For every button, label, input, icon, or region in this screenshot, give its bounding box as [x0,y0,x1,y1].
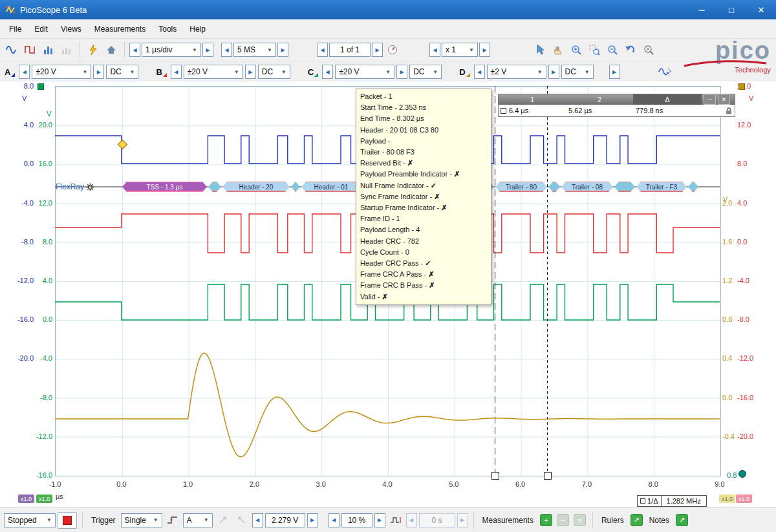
zoom-badge-math[interactable]: x1.0 [18,495,34,503]
pointer-tool-button[interactable] [532,41,548,58]
channel-a-coupling-select[interactable]: DC▼ [106,65,138,79]
channel-a-range-next[interactable]: ▶ [93,65,104,79]
channel-d-range-prev[interactable]: ◀ [474,65,485,79]
maximize-button[interactable]: □ [717,0,746,19]
reference-axis-handle[interactable] [738,470,746,478]
samples-prev-button[interactable]: ◀ [221,43,232,57]
buffer-next-button[interactable]: ▶ [372,43,383,57]
channel-d-button[interactable]: D [459,67,469,77]
flexray-decoder-tag[interactable]: FlexRay [56,182,94,191]
trigger-level-up-button[interactable]: ▶ [307,513,318,527]
buffer-navigator-button[interactable] [384,41,401,58]
channel-b-range-prev[interactable]: ◀ [171,65,182,79]
gear-icon[interactable] [86,183,94,191]
zoom-full-button[interactable] [640,41,657,58]
channel-b-range-next[interactable]: ▶ [245,65,256,79]
rulers-button[interactable]: ↗ [630,514,643,526]
trigger-level-field[interactable]: 2.279 V [265,513,305,527]
channel-c-axis-handle[interactable] [38,83,44,90]
more-channels-button[interactable]: ▶ [609,65,620,79]
zoom-select[interactable]: x 1▼ [442,43,478,57]
decoder-segment[interactable]: Trailer - 08 [561,182,613,192]
samples-select[interactable]: 5 MS▼ [233,43,276,57]
channel-c-range-next[interactable]: ▶ [396,65,407,79]
time-ruler-2-handle[interactable] [491,472,499,480]
time-ruler-1-handle[interactable] [544,472,552,480]
pretrigger-field[interactable]: 10 % [341,513,372,527]
time-ruler-2[interactable] [495,86,495,475]
channel-c-range-prev[interactable]: ◀ [322,65,333,79]
capture-state-button[interactable]: Stopped▼ [4,513,56,527]
holdoff-up-button[interactable]: ▶ [457,513,468,527]
probes-button[interactable] [656,63,673,80]
channel-c-range-select[interactable]: ±20 V▼ [335,65,394,79]
xy-view-button[interactable] [58,41,75,58]
decoder-segment[interactable]: Header - 20 [222,182,290,192]
close-button[interactable]: ✕ [746,0,776,19]
zoom-out-tool-button[interactable] [604,41,621,58]
add-measurement-button[interactable]: + [540,514,552,526]
timebase-next-button[interactable]: ▶ [202,43,213,57]
hand-tool-button[interactable] [550,41,566,58]
channel-a-range-select[interactable]: ±20 V▼ [32,65,91,79]
samples-next-button[interactable]: ▶ [277,43,288,57]
channel-a-button[interactable]: A [5,67,15,77]
channel-c-coupling-select[interactable]: DC▼ [409,65,442,79]
time-ruler-1[interactable] [547,86,548,475]
timebase-prev-button[interactable]: ◀ [129,43,140,57]
trigger-drag2-icon[interactable] [233,512,250,529]
menu-measurements[interactable]: Measurements [88,21,152,37]
channel-b-coupling-select[interactable]: DC▼ [258,65,290,79]
persistence-view-button[interactable] [22,41,39,58]
scope-view-button[interactable] [4,41,21,58]
channel-d-range-next[interactable]: ▶ [548,65,559,79]
edit-measurement-button[interactable]: ≡ [574,514,586,526]
rulers-legend[interactable]: 1 2 Δ ─ ✕ 6.4 µs 5.62 µs 779.8 ns [498,94,735,117]
auto-setup-button[interactable] [85,41,102,58]
buffer-prev-button[interactable]: ◀ [317,43,328,57]
trigger-drag-icon[interactable] [215,512,232,529]
menu-views[interactable]: Views [54,21,88,37]
holdoff-icon-button[interactable] [387,512,404,529]
notes-button[interactable]: ↗ [676,514,688,526]
zoom-badge-channel-d[interactable]: x1.0 [719,495,735,503]
zoom-badge-channel-c[interactable]: x1.0 [36,495,52,503]
spectrum-view-button[interactable] [40,41,57,58]
decoder-segment[interactable]: Trailer - 80 [495,182,547,192]
decoder-segment[interactable]: TSS - 1.3 µs [122,182,207,192]
channel-a-range-prev[interactable]: ◀ [19,65,30,79]
channel-c-button[interactable]: C [308,67,318,77]
zoom-in-tool-button[interactable] [568,41,585,58]
legend-close-button[interactable]: ✕ [718,94,730,105]
menu-help[interactable]: Help [183,21,212,37]
timebase-select[interactable]: 1 µs/div▼ [142,43,201,57]
minimize-button[interactable]: ─ [687,0,717,19]
trigger-edge-button[interactable] [164,512,181,529]
pretrigger-down-button[interactable]: ◀ [329,513,339,527]
channel-d-range-select[interactable]: ±2 V▼ [487,65,546,79]
decoder-segment[interactable]: Trailer - F3 [636,182,687,192]
channel-b-range-select[interactable]: ±20 V▼ [184,65,243,79]
trigger-level-down-button[interactable]: ◀ [252,513,263,527]
lock-icon[interactable] [726,107,732,114]
window-zoom-tool-button[interactable] [586,41,603,58]
holdoff-down-button[interactable]: ◀ [406,513,417,527]
zoom-prev-button[interactable]: ◀ [429,43,440,57]
zoom-next-button[interactable]: ▶ [479,43,490,57]
channel-b-button[interactable]: B [156,67,166,77]
home-button[interactable] [103,41,120,58]
menu-tools[interactable]: Tools [152,21,183,37]
menu-file[interactable]: File [3,21,28,37]
trigger-source-select[interactable]: A▼ [183,513,213,527]
undo-zoom-button[interactable] [622,41,639,58]
pretrigger-up-button[interactable]: ▶ [374,513,385,527]
buffer-index-field[interactable]: 1 of 1 [329,43,371,57]
rulers-legend-header[interactable]: 1 2 Δ ─ ✕ [499,94,735,105]
menu-edit[interactable]: Edit [28,21,54,37]
legend-minimize-button[interactable]: ─ [704,94,716,105]
trigger-mode-select[interactable]: Single▼ [121,513,162,527]
channel-d-axis-handle[interactable] [738,83,745,90]
channel-d-coupling-select[interactable]: DC▼ [561,65,594,79]
remove-measurement-button[interactable]: − [557,514,569,526]
zoom-badge-channel-b[interactable]: x1.0 [736,495,752,503]
